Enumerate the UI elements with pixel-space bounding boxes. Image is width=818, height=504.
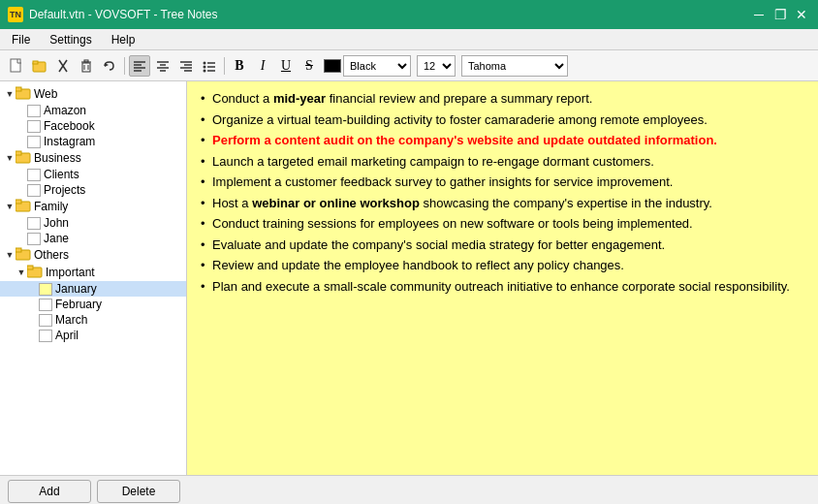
- tree-label-web: Web: [34, 87, 57, 101]
- align-left-button[interactable]: [129, 55, 150, 77]
- underline-button[interactable]: U: [275, 55, 297, 77]
- svg-point-24: [204, 65, 206, 68]
- note-icon-january: [39, 283, 52, 296]
- title-bar-controls: ─ ❐ ✕: [750, 6, 810, 23]
- tree-label-family: Family: [34, 200, 68, 213]
- tree-item-important[interactable]: ▼ Important: [0, 264, 186, 281]
- content-item-6: Host a webinar or online workshop showca…: [197, 194, 808, 213]
- add-button[interactable]: Add: [8, 480, 91, 503]
- tree-item-projects[interactable]: Projects: [0, 182, 186, 198]
- align-right-button[interactable]: [175, 55, 197, 77]
- content-item-10: Plan and execute a small-scale community…: [197, 277, 808, 297]
- note-icon-projects: [27, 184, 41, 197]
- tree-label-january: January: [55, 282, 97, 296]
- tree-label-important: Important: [46, 266, 95, 279]
- tree-item-february[interactable]: February: [0, 297, 186, 312]
- align-center-button[interactable]: [152, 55, 173, 77]
- tree-label-business: Business: [34, 151, 81, 165]
- tree-label-projects: Projects: [44, 183, 85, 197]
- svg-rect-32: [16, 151, 21, 155]
- folder-icon-important: [27, 265, 43, 280]
- tree-label-instagram: Instagram: [44, 135, 95, 148]
- expand-others[interactable]: ▼: [4, 249, 16, 261]
- tree-item-family[interactable]: ▼ Family: [0, 198, 186, 215]
- tree-item-january[interactable]: January: [0, 281, 186, 297]
- delete-button-main[interactable]: Delete: [97, 480, 180, 503]
- tree-item-john[interactable]: John: [0, 215, 186, 231]
- tree-label-march: March: [55, 313, 87, 327]
- menu-settings[interactable]: Settings: [46, 32, 95, 47]
- color-picker-area: Black Red Blue: [324, 55, 411, 77]
- tree-item-instagram[interactable]: Instagram: [0, 134, 186, 149]
- tree-item-web[interactable]: ▼ Web: [0, 85, 186, 103]
- bullets-button[interactable]: [199, 55, 220, 77]
- svg-rect-34: [16, 200, 21, 204]
- tree-item-business[interactable]: ▼ Business: [0, 149, 186, 167]
- italic-button[interactable]: I: [252, 55, 273, 77]
- font-size-select[interactable]: 12 10 14 16: [417, 55, 456, 77]
- title-bar-left: TN Default.vtn - VOVSOFT - Tree Notes: [8, 7, 218, 22]
- content-item-7: Conduct training sessions for employees …: [197, 214, 808, 234]
- undo-button[interactable]: [99, 55, 120, 77]
- content-item-5: Implement a customer feedback survey to …: [197, 173, 808, 192]
- svg-point-25: [204, 69, 206, 72]
- note-icon-jane: [27, 233, 41, 245]
- note-icon-february: [39, 299, 52, 311]
- svg-rect-36: [16, 248, 21, 252]
- note-icon-facebook: [27, 120, 41, 133]
- tree-label-amazon: Amazon: [44, 104, 86, 117]
- tree-item-facebook[interactable]: Facebook: [0, 118, 186, 134]
- menu-file[interactable]: File: [8, 32, 34, 47]
- delete-button[interactable]: [76, 55, 97, 77]
- color-select[interactable]: Black Red Blue: [343, 55, 411, 77]
- content-panel[interactable]: Conduct a mid-year financial review and …: [187, 81, 818, 475]
- tree-label-john: John: [44, 216, 69, 230]
- open-button[interactable]: [29, 55, 50, 77]
- note-icon-instagram: [27, 136, 41, 148]
- content-list: Conduct a mid-year financial review and …: [197, 89, 808, 296]
- expand-business[interactable]: ▼: [4, 152, 16, 164]
- tree-label-clients: Clients: [44, 168, 79, 181]
- restore-button[interactable]: ❐: [771, 6, 789, 23]
- tree-item-amazon[interactable]: Amazon: [0, 103, 186, 118]
- note-icon-amazon: [27, 105, 41, 117]
- tree-panel: ▼ Web Amazon Facebook: [0, 81, 187, 475]
- tree-item-march[interactable]: March: [0, 312, 186, 328]
- main-area: ▼ Web Amazon Facebook: [0, 81, 818, 475]
- app-icon: TN: [8, 7, 23, 22]
- folder-icon-family: [16, 199, 31, 214]
- expand-important[interactable]: ▼: [16, 267, 27, 278]
- menu-bar: File Settings Help: [0, 29, 818, 50]
- menu-help[interactable]: Help: [108, 32, 140, 47]
- note-icon-john: [27, 217, 41, 230]
- expand-web[interactable]: ▼: [4, 88, 16, 100]
- tree-item-clients[interactable]: Clients: [0, 167, 186, 182]
- cut-button[interactable]: [52, 55, 74, 77]
- tree-item-april[interactable]: April: [0, 328, 186, 343]
- content-item-2: Organize a virtual team-building activit…: [197, 110, 808, 130]
- toolbar: B I U S Black Red Blue 12 10 14 16 Tahom…: [0, 50, 818, 81]
- window-title: Default.vtn - VOVSOFT - Tree Notes: [29, 8, 218, 21]
- bold-button[interactable]: B: [229, 55, 250, 77]
- new-button[interactable]: [6, 55, 27, 77]
- folder-icon-business: [16, 150, 31, 166]
- content-item-9: Review and update the employee handbook …: [197, 256, 808, 275]
- content-item-4: Launch a targeted email marketing campai…: [197, 152, 808, 172]
- font-family-select[interactable]: Tahoma Arial Times New Roman: [461, 55, 568, 77]
- note-icon-april: [39, 330, 52, 342]
- expand-family[interactable]: ▼: [4, 201, 16, 212]
- close-button[interactable]: ✕: [793, 6, 810, 23]
- minimize-button[interactable]: ─: [750, 6, 768, 23]
- title-bar: TN Default.vtn - VOVSOFT - Tree Notes ─ …: [0, 0, 818, 29]
- svg-rect-30: [16, 87, 21, 91]
- toolbar-sep-2: [224, 57, 225, 75]
- strikethrough-button[interactable]: S: [299, 55, 320, 77]
- tree-item-others[interactable]: ▼ Others: [0, 246, 186, 264]
- tree-item-jane[interactable]: Jane: [0, 231, 186, 246]
- content-item-8: Evaluate and update the company's social…: [197, 236, 808, 255]
- tree-label-february: February: [55, 298, 102, 311]
- svg-rect-38: [27, 266, 33, 269]
- svg-rect-5: [82, 63, 90, 72]
- svg-point-23: [204, 61, 206, 64]
- tree-label-jane: Jane: [44, 232, 69, 245]
